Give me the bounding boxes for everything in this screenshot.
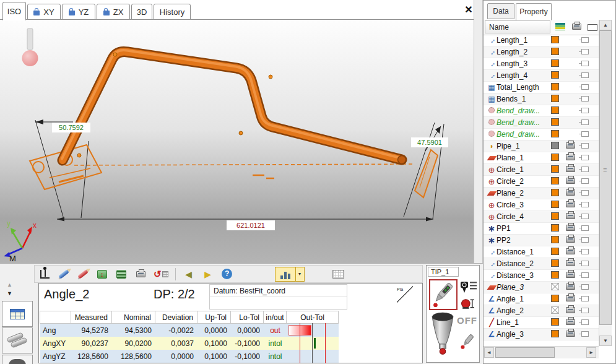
grid-view-icon[interactable] — [311, 267, 344, 281]
feature-row[interactable]: Angle_3 — [484, 329, 599, 340]
color-stack-icon[interactable] — [555, 23, 565, 30]
color-swatch[interactable] — [551, 95, 559, 102]
feature-row[interactable]: Length_2 — [484, 46, 599, 58]
color-swatch[interactable] — [551, 130, 559, 137]
result-row-angyz[interactable]: AngYZ 128,5600 128,5600 0,0000 0,1000 -0… — [40, 350, 339, 363]
color-swatch[interactable] — [551, 212, 559, 220]
close-icon[interactable]: ✕ — [462, 4, 475, 16]
feature-row[interactable]: Length_3 — [484, 58, 599, 70]
feature-row[interactable]: Total_Length — [484, 82, 599, 93]
tip-name-field[interactable]: TIP_1 — [428, 267, 459, 277]
col-header-uptol[interactable]: Up-Tol — [197, 311, 231, 324]
chevron-down-icon[interactable] — [296, 267, 304, 281]
print-column-icon[interactable] — [572, 24, 581, 30]
feature-row[interactable]: Bend_draw... — [484, 129, 599, 141]
color-swatch[interactable] — [551, 48, 559, 55]
vertical-scrollbar[interactable] — [599, 20, 612, 346]
print-icon[interactable] — [566, 213, 575, 219]
sidebar-tab-cylinders[interactable] — [2, 327, 33, 353]
col-header[interactable] — [40, 311, 71, 324]
feature-row[interactable]: Distance_1 — [484, 246, 599, 258]
feature-row[interactable]: Angle_2 — [484, 305, 599, 317]
tab-iso[interactable]: ISO — [2, 2, 26, 20]
feature-row[interactable]: Plane_3 — [484, 282, 599, 293]
report-checkbox[interactable] — [581, 284, 589, 290]
feature-row[interactable]: Bend_draw... — [484, 117, 599, 129]
print-icon[interactable] — [566, 319, 575, 325]
feature-row[interactable]: Distance_2 — [484, 258, 599, 270]
report-checkbox[interactable] — [581, 249, 589, 254]
col-header-deviation[interactable]: Deviation — [155, 311, 197, 324]
feature-row[interactable]: PP2 — [484, 235, 599, 246]
tab-zx[interactable]: ZX — [97, 4, 130, 20]
tab-property[interactable]: Property — [516, 3, 552, 20]
sidebar-tab-results-table[interactable] — [2, 301, 33, 327]
print-icon[interactable] — [566, 178, 575, 184]
report-column-icon[interactable] — [588, 24, 597, 31]
report-checkbox[interactable] — [581, 190, 589, 196]
scroll-up-icon[interactable] — [599, 20, 612, 30]
stylus-button-selected[interactable] — [429, 279, 458, 310]
feature-row[interactable]: Distance_3 — [484, 270, 599, 282]
feature-row[interactable]: Bend_draw... — [484, 105, 599, 117]
feature-row[interactable]: Pipe_1 — [484, 141, 599, 152]
print-icon[interactable] — [566, 154, 575, 160]
report-checkbox[interactable] — [581, 155, 589, 160]
col-header-nominal[interactable]: Nominal — [111, 311, 155, 324]
plane-badge-icon[interactable]: Pla — [397, 285, 413, 304]
feature-row[interactable]: Length_4 — [484, 70, 599, 82]
color-swatch[interactable] — [551, 118, 559, 126]
scroll-left-icon[interactable] — [484, 347, 494, 358]
tab-xy[interactable]: XY — [27, 4, 61, 20]
collapse-up-icon[interactable]: ▲ — [7, 282, 12, 288]
name-column-header[interactable]: Name — [485, 20, 550, 33]
report-checkbox[interactable] — [581, 178, 589, 184]
tab-yz[interactable]: YZ — [62, 4, 95, 20]
collapse-down-icon[interactable]: ▼ — [7, 290, 12, 297]
stylus-small-icon[interactable] — [459, 332, 475, 350]
color-swatch[interactable] — [551, 318, 559, 326]
result-row-angxy-selected[interactable]: AngXY 90,0237 90,0200 0,0037 0,1000 -0,1… — [40, 337, 339, 350]
print-icon[interactable] — [566, 201, 575, 207]
color-swatch[interactable] — [551, 83, 559, 90]
report-checkbox[interactable] — [581, 225, 589, 231]
feature-row[interactable]: Circle_4 — [484, 211, 599, 223]
tab-3d[interactable]: 3D — [131, 4, 152, 20]
color-swatch[interactable] — [551, 106, 559, 114]
statistics-chart-button[interactable] — [275, 267, 305, 282]
color-swatch[interactable] — [551, 59, 559, 67]
print-icon[interactable] — [566, 295, 575, 301]
print-icon[interactable] — [566, 272, 575, 278]
color-swatch[interactable] — [551, 36, 559, 43]
recalculate-icon[interactable] — [154, 267, 168, 281]
edit-red-pen-icon[interactable] — [77, 267, 89, 281]
print-icon[interactable] — [566, 236, 575, 243]
feature-row[interactable]: Plane_1 — [484, 152, 599, 164]
col-header-lotol[interactable]: Lo-Tol — [230, 311, 264, 324]
feature-row[interactable]: Bends_1 — [484, 93, 599, 105]
probe-settings-icon[interactable] — [460, 280, 477, 295]
feature-row[interactable]: Angle_1 — [484, 293, 599, 305]
report-checkbox[interactable] — [581, 84, 589, 90]
tab-data[interactable]: Data — [487, 3, 514, 19]
color-swatch[interactable] — [551, 330, 559, 337]
report-checkbox[interactable] — [581, 237, 589, 243]
color-swatch[interactable] — [551, 259, 559, 267]
report-checkbox[interactable] — [581, 49, 589, 54]
edit-blue-pen-icon[interactable] — [58, 267, 70, 281]
color-swatch[interactable] — [551, 165, 559, 173]
scrollbar-thumb[interactable] — [599, 30, 612, 325]
value-list-icon[interactable] — [115, 267, 128, 281]
panel-splitter[interactable] — [474, 0, 483, 263]
print-icon[interactable] — [566, 166, 575, 172]
print-icon[interactable] — [566, 307, 575, 313]
print-icon[interactable] — [566, 284, 575, 290]
report-checkbox[interactable] — [581, 61, 589, 66]
viewport-3d[interactable]: 50.7592 621.0121 47.5901 x y M — [0, 20, 474, 263]
report-checkbox[interactable] — [581, 319, 589, 325]
color-swatch[interactable] — [551, 295, 559, 302]
import-values-icon[interactable] — [96, 267, 108, 281]
previous-feature-icon[interactable] — [183, 267, 195, 281]
color-swatch[interactable] — [551, 154, 559, 161]
report-checkbox[interactable] — [581, 167, 589, 172]
